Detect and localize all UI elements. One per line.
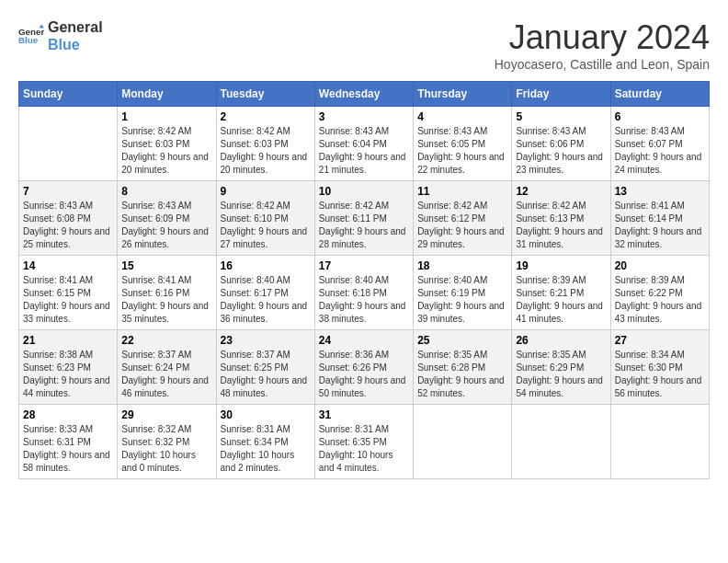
day-number: 9 bbox=[221, 185, 311, 198]
day-number: 19 bbox=[516, 259, 606, 272]
day-number: 24 bbox=[319, 334, 409, 347]
location-subtitle: Hoyocasero, Castille and Leon, Spain bbox=[495, 57, 710, 72]
calendar-cell bbox=[19, 107, 118, 181]
logo-line1: General bbox=[48, 18, 103, 36]
day-details: Sunrise: 8:40 AMSunset: 6:19 PMDaylight:… bbox=[417, 274, 507, 326]
calendar-cell: 27Sunrise: 8:34 AMSunset: 6:30 PMDayligh… bbox=[610, 330, 709, 405]
day-details: Sunrise: 8:32 AMSunset: 6:32 PMDaylight:… bbox=[121, 423, 211, 475]
day-number: 13 bbox=[615, 185, 705, 198]
page-header: General Blue General Blue January 2024 H… bbox=[18, 18, 710, 72]
calendar-cell bbox=[512, 405, 610, 479]
day-details: Sunrise: 8:35 AMSunset: 6:29 PMDaylight:… bbox=[516, 349, 606, 400]
header-monday: Monday bbox=[118, 82, 216, 107]
week-row-4: 21Sunrise: 8:38 AMSunset: 6:23 PMDayligh… bbox=[19, 330, 710, 405]
day-details: Sunrise: 8:42 AMSunset: 6:03 PMDaylight:… bbox=[221, 125, 311, 177]
day-details: Sunrise: 8:31 AMSunset: 6:34 PMDaylight:… bbox=[221, 423, 311, 475]
day-number: 14 bbox=[23, 259, 113, 272]
day-details: Sunrise: 8:43 AMSunset: 6:07 PMDaylight:… bbox=[615, 125, 705, 177]
week-row-3: 14Sunrise: 8:41 AMSunset: 6:15 PMDayligh… bbox=[19, 256, 710, 330]
day-details: Sunrise: 8:42 AMSunset: 6:03 PMDaylight:… bbox=[121, 125, 211, 177]
logo: General Blue General Blue bbox=[18, 18, 103, 53]
day-details: Sunrise: 8:34 AMSunset: 6:30 PMDaylight:… bbox=[615, 349, 705, 400]
calendar-cell: 7Sunrise: 8:43 AMSunset: 6:08 PMDaylight… bbox=[19, 181, 118, 256]
day-number: 8 bbox=[121, 185, 211, 198]
day-details: Sunrise: 8:35 AMSunset: 6:28 PMDaylight:… bbox=[417, 349, 507, 400]
calendar-table: SundayMondayTuesdayWednesdayThursdayFrid… bbox=[18, 81, 710, 479]
day-number: 15 bbox=[121, 259, 211, 272]
day-number: 16 bbox=[221, 259, 311, 272]
calendar-cell: 11Sunrise: 8:42 AMSunset: 6:12 PMDayligh… bbox=[414, 181, 512, 256]
day-details: Sunrise: 8:33 AMSunset: 6:31 PMDaylight:… bbox=[23, 423, 113, 475]
day-details: Sunrise: 8:40 AMSunset: 6:17 PMDaylight:… bbox=[221, 274, 311, 326]
day-number: 23 bbox=[221, 334, 311, 347]
month-title: January 2024 bbox=[495, 18, 710, 57]
calendar-cell: 1Sunrise: 8:42 AMSunset: 6:03 PMDaylight… bbox=[118, 107, 216, 181]
calendar-cell: 14Sunrise: 8:41 AMSunset: 6:15 PMDayligh… bbox=[19, 256, 118, 330]
calendar-cell: 10Sunrise: 8:42 AMSunset: 6:11 PMDayligh… bbox=[314, 181, 413, 256]
day-details: Sunrise: 8:39 AMSunset: 6:22 PMDaylight:… bbox=[615, 274, 705, 326]
calendar-cell: 25Sunrise: 8:35 AMSunset: 6:28 PMDayligh… bbox=[414, 330, 512, 405]
day-number: 17 bbox=[319, 259, 409, 272]
calendar-cell: 20Sunrise: 8:39 AMSunset: 6:22 PMDayligh… bbox=[610, 256, 709, 330]
day-details: Sunrise: 8:42 AMSunset: 6:11 PMDaylight:… bbox=[319, 200, 409, 251]
day-number: 21 bbox=[23, 334, 113, 347]
header-sunday: Sunday bbox=[19, 82, 118, 107]
day-number: 6 bbox=[615, 110, 705, 123]
week-row-1: 1Sunrise: 8:42 AMSunset: 6:03 PMDaylight… bbox=[19, 107, 710, 181]
day-details: Sunrise: 8:42 AMSunset: 6:10 PMDaylight:… bbox=[221, 200, 311, 251]
day-number: 5 bbox=[516, 110, 606, 123]
week-row-2: 7Sunrise: 8:43 AMSunset: 6:08 PMDaylight… bbox=[19, 181, 710, 256]
calendar-cell: 28Sunrise: 8:33 AMSunset: 6:31 PMDayligh… bbox=[19, 405, 118, 479]
day-number: 25 bbox=[417, 334, 507, 347]
calendar-cell: 4Sunrise: 8:43 AMSunset: 6:05 PMDaylight… bbox=[414, 107, 512, 181]
day-details: Sunrise: 8:37 AMSunset: 6:24 PMDaylight:… bbox=[121, 349, 211, 400]
day-details: Sunrise: 8:43 AMSunset: 6:06 PMDaylight:… bbox=[516, 125, 606, 177]
title-area: January 2024 Hoyocasero, Castille and Le… bbox=[495, 18, 710, 72]
day-details: Sunrise: 8:31 AMSunset: 6:35 PMDaylight:… bbox=[319, 423, 409, 475]
header-row: SundayMondayTuesdayWednesdayThursdayFrid… bbox=[19, 82, 710, 107]
header-tuesday: Tuesday bbox=[216, 82, 314, 107]
calendar-cell: 18Sunrise: 8:40 AMSunset: 6:19 PMDayligh… bbox=[414, 256, 512, 330]
day-number: 27 bbox=[615, 334, 705, 347]
calendar-cell: 15Sunrise: 8:41 AMSunset: 6:16 PMDayligh… bbox=[118, 256, 216, 330]
day-number: 2 bbox=[221, 110, 311, 123]
svg-text:Blue: Blue bbox=[18, 36, 39, 46]
calendar-cell: 23Sunrise: 8:37 AMSunset: 6:25 PMDayligh… bbox=[216, 330, 314, 405]
day-number: 7 bbox=[23, 185, 113, 198]
day-number: 11 bbox=[417, 185, 507, 198]
day-details: Sunrise: 8:38 AMSunset: 6:23 PMDaylight:… bbox=[23, 349, 113, 400]
day-number: 31 bbox=[319, 408, 409, 421]
day-details: Sunrise: 8:43 AMSunset: 6:05 PMDaylight:… bbox=[417, 125, 507, 177]
calendar-cell: 6Sunrise: 8:43 AMSunset: 6:07 PMDaylight… bbox=[610, 107, 709, 181]
header-wednesday: Wednesday bbox=[314, 82, 413, 107]
logo-icon: General Blue bbox=[18, 23, 44, 49]
calendar-cell: 13Sunrise: 8:41 AMSunset: 6:14 PMDayligh… bbox=[610, 181, 709, 256]
header-friday: Friday bbox=[512, 82, 610, 107]
calendar-cell: 22Sunrise: 8:37 AMSunset: 6:24 PMDayligh… bbox=[118, 330, 216, 405]
day-details: Sunrise: 8:43 AMSunset: 6:04 PMDaylight:… bbox=[319, 125, 409, 177]
calendar-cell: 16Sunrise: 8:40 AMSunset: 6:17 PMDayligh… bbox=[216, 256, 314, 330]
day-details: Sunrise: 8:43 AMSunset: 6:08 PMDaylight:… bbox=[23, 200, 113, 251]
logo-line2: Blue bbox=[48, 36, 103, 53]
day-number: 1 bbox=[121, 110, 211, 123]
calendar-cell: 3Sunrise: 8:43 AMSunset: 6:04 PMDaylight… bbox=[314, 107, 413, 181]
day-number: 18 bbox=[417, 259, 507, 272]
day-number: 12 bbox=[516, 185, 606, 198]
day-details: Sunrise: 8:36 AMSunset: 6:26 PMDaylight:… bbox=[319, 349, 409, 400]
day-details: Sunrise: 8:41 AMSunset: 6:15 PMDaylight:… bbox=[23, 274, 113, 326]
calendar-cell: 8Sunrise: 8:43 AMSunset: 6:09 PMDaylight… bbox=[118, 181, 216, 256]
day-details: Sunrise: 8:42 AMSunset: 6:13 PMDaylight:… bbox=[516, 200, 606, 251]
calendar-cell: 21Sunrise: 8:38 AMSunset: 6:23 PMDayligh… bbox=[19, 330, 118, 405]
calendar-cell bbox=[414, 405, 512, 479]
calendar-cell: 19Sunrise: 8:39 AMSunset: 6:21 PMDayligh… bbox=[512, 256, 610, 330]
day-details: Sunrise: 8:37 AMSunset: 6:25 PMDaylight:… bbox=[221, 349, 311, 400]
day-number: 3 bbox=[319, 110, 409, 123]
header-thursday: Thursday bbox=[414, 82, 512, 107]
calendar-cell: 29Sunrise: 8:32 AMSunset: 6:32 PMDayligh… bbox=[118, 405, 216, 479]
day-details: Sunrise: 8:42 AMSunset: 6:12 PMDaylight:… bbox=[417, 200, 507, 251]
calendar-cell bbox=[610, 405, 709, 479]
day-details: Sunrise: 8:41 AMSunset: 6:14 PMDaylight:… bbox=[615, 200, 705, 251]
calendar-cell: 17Sunrise: 8:40 AMSunset: 6:18 PMDayligh… bbox=[314, 256, 413, 330]
day-number: 26 bbox=[516, 334, 606, 347]
day-number: 4 bbox=[417, 110, 507, 123]
